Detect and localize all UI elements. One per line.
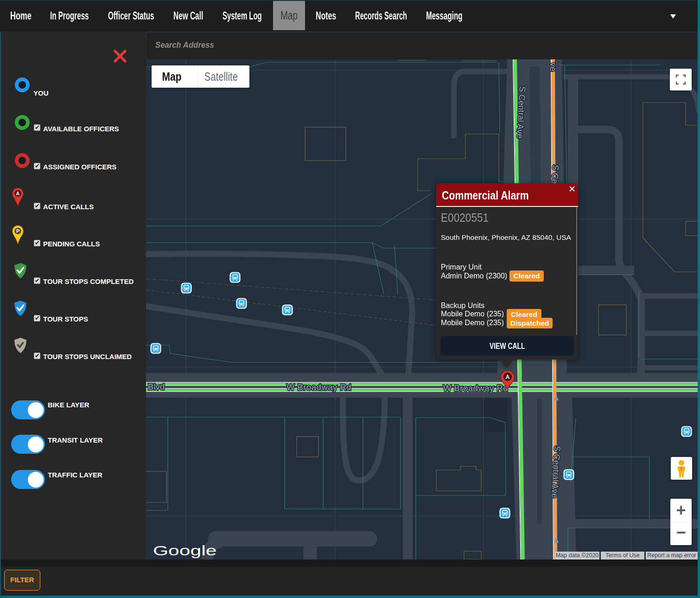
- svg-text:P: P: [16, 228, 19, 234]
- svg-text:Blvd: Blvd: [148, 382, 165, 392]
- svg-text:ve: ve: [548, 62, 558, 72]
- svg-text:A: A: [16, 191, 20, 196]
- svg-text:Google: Google: [153, 543, 216, 558]
- svg-text:W Broadway Rd: W Broadway Rd: [443, 383, 508, 393]
- svg-text:A: A: [505, 374, 509, 380]
- svg-text:W Broadway Rd: W Broadway Rd: [286, 382, 351, 392]
